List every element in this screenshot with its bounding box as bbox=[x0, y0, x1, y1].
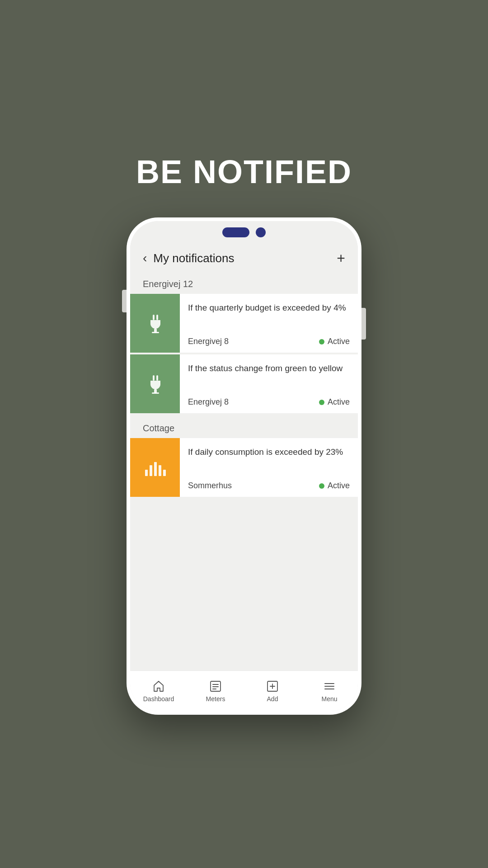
header-title: My notifications bbox=[153, 251, 234, 265]
add-notification-button[interactable]: + bbox=[337, 251, 345, 265]
svg-rect-3 bbox=[152, 332, 159, 333]
plug-icon bbox=[143, 311, 168, 336]
app-header: ‹ My notifications + bbox=[130, 244, 358, 273]
home-icon bbox=[152, 679, 165, 693]
back-button[interactable]: ‹ bbox=[143, 251, 147, 265]
svg-rect-15 bbox=[212, 686, 219, 687]
phone-notch bbox=[130, 221, 358, 244]
plug-icon bbox=[143, 372, 168, 396]
wave-icon bbox=[141, 455, 169, 480]
card-description: If the quarterly budget is exceeded by 4… bbox=[188, 302, 350, 332]
status-dot bbox=[319, 483, 324, 489]
card-body: If the quarterly budget is exceeded by 4… bbox=[180, 294, 358, 353]
notch-pill bbox=[222, 227, 249, 237]
svg-rect-4 bbox=[153, 375, 155, 381]
card-footer: Sommerhus Active bbox=[188, 481, 350, 491]
status-label: Active bbox=[328, 337, 350, 346]
section-header-energivej12: Energivej 12 bbox=[130, 273, 358, 294]
card-location: Sommerhus bbox=[188, 481, 232, 491]
status-label: Active bbox=[328, 481, 350, 491]
svg-rect-10 bbox=[154, 462, 157, 476]
card-description: If daily consumption is exceeded by 23% bbox=[188, 446, 350, 476]
status-dot bbox=[319, 400, 324, 405]
section-header-cottage: Cottage bbox=[130, 417, 358, 438]
nav-label-meters: Meters bbox=[206, 695, 225, 703]
card-status: Active bbox=[319, 481, 350, 491]
svg-rect-8 bbox=[145, 470, 148, 476]
card-icon-wave bbox=[130, 438, 180, 497]
card-location: Energivej 8 bbox=[188, 337, 229, 346]
card-status: Active bbox=[319, 337, 350, 346]
menu-icon bbox=[323, 679, 336, 693]
nav-item-menu[interactable]: Menu bbox=[301, 676, 358, 706]
nav-label-menu: Menu bbox=[321, 695, 337, 703]
bottom-nav: Dashboard Meters Add bbox=[130, 670, 358, 711]
svg-rect-12 bbox=[163, 470, 166, 476]
notification-card[interactable]: If daily consumption is exceeded by 23% … bbox=[130, 438, 358, 497]
card-body: If daily consumption is exceeded by 23% … bbox=[180, 438, 358, 497]
status-dot bbox=[319, 339, 324, 344]
svg-rect-11 bbox=[159, 465, 161, 476]
header-left: ‹ My notifications bbox=[143, 251, 235, 265]
svg-rect-14 bbox=[212, 684, 219, 685]
card-location: Energivej 8 bbox=[188, 397, 229, 407]
nav-item-add[interactable]: Add bbox=[244, 676, 301, 706]
notch-camera bbox=[256, 227, 266, 237]
meters-icon bbox=[209, 679, 222, 693]
card-body: If the status change from green to yello… bbox=[180, 354, 358, 413]
nav-item-meters[interactable]: Meters bbox=[187, 676, 244, 706]
svg-rect-0 bbox=[153, 315, 155, 320]
nav-label-add: Add bbox=[267, 695, 278, 703]
status-label: Active bbox=[328, 397, 350, 407]
svg-rect-7 bbox=[152, 392, 159, 394]
phone-screen: ‹ My notifications + Energivej 12 bbox=[130, 221, 358, 711]
svg-rect-9 bbox=[150, 465, 152, 476]
notification-card[interactable]: If the status change from green to yello… bbox=[130, 354, 358, 413]
card-description: If the status change from green to yello… bbox=[188, 363, 350, 393]
card-icon-plug bbox=[130, 354, 180, 413]
card-status: Active bbox=[319, 397, 350, 407]
notification-card[interactable]: If the quarterly budget is exceeded by 4… bbox=[130, 294, 358, 353]
nav-item-dashboard[interactable]: Dashboard bbox=[130, 676, 187, 706]
card-footer: Energivej 8 Active bbox=[188, 337, 350, 346]
notifications-list: Energivej 12 If the quarterly budget is … bbox=[130, 273, 358, 670]
nav-label-dashboard: Dashboard bbox=[143, 695, 174, 703]
svg-rect-16 bbox=[212, 689, 216, 689]
svg-rect-5 bbox=[156, 375, 158, 381]
page-headline: BE NOTIFIED bbox=[136, 153, 352, 190]
card-icon-plug bbox=[130, 294, 180, 353]
add-icon bbox=[266, 679, 279, 693]
phone-frame: ‹ My notifications + Energivej 12 bbox=[127, 217, 361, 715]
card-footer: Energivej 8 Active bbox=[188, 397, 350, 407]
svg-rect-1 bbox=[156, 315, 158, 320]
